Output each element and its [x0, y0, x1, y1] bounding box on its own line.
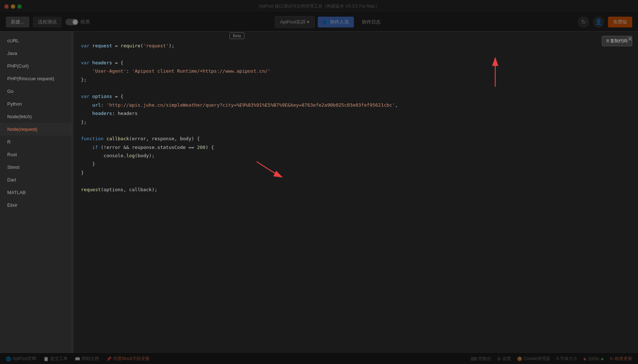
- code-gen-panel: × cURL Java PHP(Curl) PHP(Rmccue request…: [0, 31, 638, 353]
- close-panel-button[interactable]: ×: [628, 34, 632, 44]
- lang-python[interactable]: Python: [0, 98, 72, 110]
- lang-php-rmccue[interactable]: PHP(Rmccue request): [0, 72, 72, 85]
- lang-curl[interactable]: cURL: [0, 34, 72, 47]
- lang-node-request[interactable]: Node(request): [0, 123, 72, 136]
- lang-rust[interactable]: Rust: [0, 148, 72, 161]
- lang-dart[interactable]: Dart: [0, 174, 72, 186]
- lang-java[interactable]: Java: [0, 47, 72, 60]
- lang-node-fetch[interactable]: Node(fetch): [0, 110, 72, 123]
- code-content: var request = require('request'); var he…: [81, 42, 631, 194]
- lang-strest[interactable]: Strest: [0, 161, 72, 174]
- lang-elixir[interactable]: Elixir: [0, 199, 72, 211]
- lang-matlab[interactable]: MATLAB: [0, 186, 72, 199]
- lang-r[interactable]: R: [0, 136, 72, 148]
- lang-go[interactable]: Go: [0, 85, 72, 98]
- lang-php-curl[interactable]: PHP(Curl): [0, 60, 72, 72]
- code-lang-list: cURL Java PHP(Curl) PHP(Rmccue request) …: [0, 31, 72, 353]
- beta-badge: Beta: [230, 33, 244, 39]
- copy-icon: ⎘: [607, 38, 610, 43]
- code-display: ⎘ 复制代码 var request = require('request');…: [74, 31, 638, 353]
